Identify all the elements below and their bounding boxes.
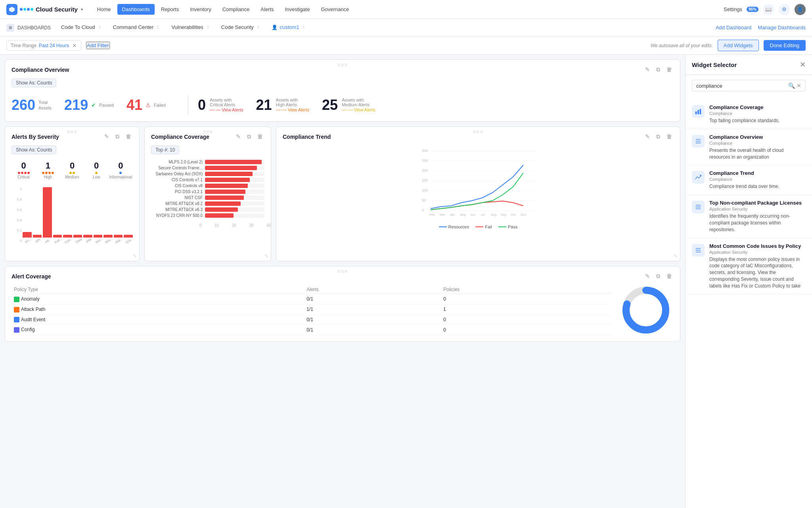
ac-copy-icon[interactable]: ⧉ bbox=[655, 272, 662, 280]
hbar-track bbox=[205, 172, 264, 176]
widget-category: Application Security bbox=[709, 207, 806, 211]
trend-delete-icon[interactable]: 🗑 bbox=[665, 132, 674, 141]
y-label-0: 0 bbox=[11, 239, 22, 243]
svg-rect-28 bbox=[697, 110, 699, 114]
widget-list-item[interactable]: Top Non-compliant Package Licenses Appli… bbox=[686, 195, 812, 238]
alert-coverage-drag[interactable]: ⠿⠿⠿ bbox=[337, 270, 348, 274]
top-n-badge[interactable]: Top #: 10 bbox=[151, 146, 179, 154]
done-editing-button[interactable]: Done Editing bbox=[764, 40, 806, 51]
tab-more-3[interactable]: ⋮ bbox=[206, 25, 210, 30]
show-as-badge[interactable]: Show As: Counts bbox=[11, 79, 56, 87]
filter-close-icon[interactable]: ✕ bbox=[72, 42, 77, 49]
hbar-row: Sarbanes Oxley Act (SOX) bbox=[151, 172, 264, 176]
trend-drag-handle[interactable]: ⠿⠿⠿ bbox=[473, 130, 484, 134]
widget-content: Compliance Trend Compliance Compliance t… bbox=[709, 170, 806, 190]
widget-content: Compliance Overview Compliance Presents … bbox=[709, 134, 806, 161]
settings-link[interactable]: Settings bbox=[724, 6, 742, 12]
widget-list-item[interactable]: Compliance Trend Compliance Compliance t… bbox=[686, 165, 812, 195]
widget-list-item[interactable]: Compliance Coverage Compliance Top faili… bbox=[686, 100, 812, 129]
hbar-track bbox=[205, 190, 264, 194]
trend-copy-icon[interactable]: ⧉ bbox=[655, 132, 662, 141]
svg-text:Aug: Aug bbox=[491, 213, 496, 217]
widget-list-item[interactable]: Most Common Code Issues by Policy Applic… bbox=[686, 238, 812, 295]
total-assets-metric: 260 Total Assets bbox=[11, 98, 64, 112]
brand-caret: ▾ bbox=[81, 7, 83, 12]
nav-dashboards[interactable]: Dashboards bbox=[117, 4, 155, 15]
y-axis: 1 0.8 0.6 0.4 0.2 0 bbox=[11, 187, 22, 243]
compliance-coverage-card: ⠿⠿⠿ Compliance Coverage ✎ ⧉ 🗑 Top #: 10 … bbox=[144, 127, 271, 261]
nav-reports[interactable]: Reports bbox=[156, 4, 184, 15]
add-widgets-button[interactable]: Add Widgets bbox=[718, 40, 759, 51]
time-range-filter[interactable]: Time Range Past 24 Hours ✕ bbox=[6, 40, 81, 51]
severity-copy-icon[interactable]: ⧉ bbox=[114, 132, 121, 141]
severity-drag-handle[interactable]: ⠿⠿⠿ bbox=[67, 130, 78, 134]
high-view-alerts[interactable]: View Alerts bbox=[288, 107, 309, 112]
ac-delete-icon[interactable]: 🗑 bbox=[665, 272, 674, 280]
hbar-row: CIS Controls v8 bbox=[151, 184, 264, 188]
nav-home[interactable]: Home bbox=[92, 4, 116, 15]
severity-counts: 0 Critical 1 bbox=[5, 159, 139, 184]
ac-edit-icon[interactable]: ✎ bbox=[643, 272, 651, 280]
tab-more-2[interactable]: ⋮ bbox=[156, 25, 160, 30]
y-label-02: 0.2 bbox=[11, 228, 22, 232]
delete-icon[interactable]: 🗑 bbox=[665, 65, 674, 74]
clear-search-icon[interactable]: ✕ bbox=[797, 82, 801, 89]
tab-code-security[interactable]: Code Security ⋮ bbox=[216, 19, 266, 36]
coverage-edit-icon[interactable]: ✎ bbox=[234, 132, 242, 141]
trend-edit-icon[interactable]: ✎ bbox=[643, 132, 651, 141]
resize-handle[interactable]: ⤡ bbox=[133, 253, 137, 259]
brand-logo[interactable]: Cloud Security ▾ bbox=[6, 4, 83, 15]
critical-view-alerts[interactable]: View Alerts bbox=[222, 107, 243, 112]
hbar-label: MITRE ATT&CK v6.3 bbox=[151, 207, 203, 212]
book-icon[interactable]: 📖 bbox=[763, 4, 774, 15]
hbar-row: MITRE ATT&CK v8.2 bbox=[151, 201, 264, 206]
tab-vulnerabilities[interactable]: Vulnerabilities ⋮ bbox=[166, 19, 215, 36]
widget-panel-close-icon[interactable]: ✕ bbox=[800, 60, 806, 69]
hbar-fill bbox=[205, 190, 245, 194]
user-avatar[interactable]: 👤 bbox=[795, 4, 806, 15]
svg-text:300: 300 bbox=[422, 149, 428, 153]
search-icon[interactable]: 🔍 bbox=[788, 82, 795, 89]
tab-more-5[interactable]: ⋮ bbox=[302, 25, 306, 30]
trend-legend: Resources Fail Pass bbox=[276, 223, 680, 232]
table-row: Anomaly 0/1 0 bbox=[11, 294, 612, 305]
widget-search-box[interactable]: 🔍 ✕ bbox=[692, 80, 806, 92]
add-dashboard-link[interactable]: Add Dashboard bbox=[716, 25, 751, 31]
gear-icon[interactable]: ⚙ bbox=[779, 4, 790, 15]
nav-investigate[interactable]: Investigate bbox=[280, 4, 315, 15]
tab-command-center[interactable]: Command Center ⋮ bbox=[107, 19, 166, 36]
nav-compliance[interactable]: Compliance bbox=[218, 4, 255, 15]
bottom-row: ⠿⠿⠿ Alerts By Severity ✎ ⧉ 🗑 Show As: Co… bbox=[5, 127, 680, 266]
metrics-row: 260 Total Assets 219 ✔ Passed 41 ⚠ Faile… bbox=[5, 92, 680, 121]
coverage-delete-icon[interactable]: 🗑 bbox=[256, 132, 264, 141]
medium-severity: 0 Medium bbox=[60, 161, 84, 179]
drag-handle[interactable]: ⠿⠿⠿ bbox=[337, 63, 348, 67]
widget-search-input[interactable] bbox=[696, 83, 786, 89]
tab-custom1[interactable]: 👤 custom1 ⋮ bbox=[266, 19, 312, 36]
trend-actions: ✎ ⧉ 🗑 bbox=[643, 132, 674, 141]
nav-governance[interactable]: Governance bbox=[316, 4, 354, 15]
coverage-drag-handle[interactable]: ⠿⠿⠿ bbox=[203, 130, 213, 134]
manage-dashboards-link[interactable]: Manage Dashboards bbox=[758, 25, 806, 31]
medium-view-alerts[interactable]: View Alerts bbox=[354, 107, 375, 112]
widget-list-item[interactable]: Compliance Overview Compliance Presents … bbox=[686, 129, 812, 166]
widget-category: Compliance bbox=[709, 141, 806, 146]
nav-inventory[interactable]: Inventory bbox=[185, 4, 216, 15]
tab-code-to-cloud[interactable]: Code To Cloud ⋮ bbox=[56, 19, 107, 36]
coverage-resize[interactable]: ⤡ bbox=[264, 253, 268, 259]
high-count: 1 bbox=[36, 161, 60, 171]
edit-icon[interactable]: ✎ bbox=[643, 65, 651, 74]
copy-icon[interactable]: ⧉ bbox=[655, 65, 662, 74]
severity-edit-icon[interactable]: ✎ bbox=[103, 132, 111, 141]
trend-resize[interactable]: ⤡ bbox=[674, 253, 678, 259]
severity-delete-icon[interactable]: 🗑 bbox=[124, 132, 133, 141]
severity-show-as[interactable]: Show As: Counts bbox=[11, 146, 56, 154]
severity-card-header: Alerts By Severity ✎ ⧉ 🗑 bbox=[5, 127, 139, 144]
coverage-copy-icon[interactable]: ⧉ bbox=[245, 132, 253, 141]
tab-more-1[interactable]: ⋮ bbox=[98, 25, 102, 30]
add-filter-button[interactable]: Add Filter bbox=[86, 42, 110, 49]
hbar-track bbox=[205, 184, 264, 188]
hbar-track bbox=[205, 201, 264, 206]
tab-more-4[interactable]: ⋮ bbox=[256, 25, 260, 30]
nav-alerts[interactable]: Alerts bbox=[256, 4, 278, 15]
